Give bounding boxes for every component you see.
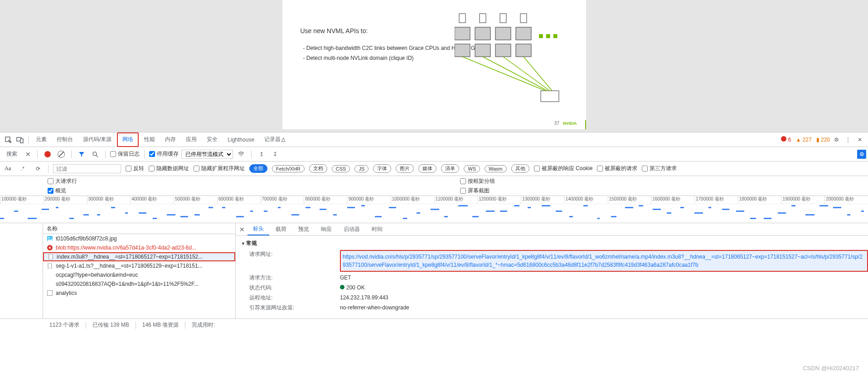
svg-rect-11 <box>516 44 531 57</box>
filter-bar: Aa .* ⟳ 反转 隐藏数据网址 隐藏扩展程序网址 全部 Fetch/XHR … <box>0 162 868 176</box>
record-button[interactable] <box>42 149 53 160</box>
status-bar: 1123 个请求 已传输 139 MB 146 MB 项资源 完成用时: <box>0 318 868 331</box>
tab-lighthouse[interactable]: Lighthouse <box>223 132 259 147</box>
search-icon[interactable] <box>90 149 101 160</box>
blocked-cookies-checkbox[interactable]: 被屏蔽的响应 Cookie <box>534 165 593 172</box>
timeline-overview[interactable]: 100000 毫秒200000 毫秒300000 毫秒400000 毫秒5000… <box>0 196 868 223</box>
transferred-size: 已传输 139 MB <box>92 321 129 329</box>
tab-recorder[interactable]: 记录器 <box>260 132 291 147</box>
svg-line-22 <box>96 155 98 157</box>
tab-application[interactable]: 应用 <box>181 132 201 147</box>
detail-body[interactable]: 常规 请求网址: https://vod.nvidia.cn/s/hls/p/2… <box>236 236 868 318</box>
page-content: Use new NVML APIs to: - Detect high-band… <box>0 0 868 132</box>
none-icon <box>47 281 53 287</box>
referrer-policy-label: 引荐来源网址政策: <box>249 304 340 312</box>
tab-security[interactable]: 安全 <box>202 132 222 147</box>
detail-tab-payload[interactable]: 载荷 <box>270 224 292 235</box>
settings-icon[interactable]: ⚙ <box>831 134 842 145</box>
request-name: seg-1-v1-a1.ts?__hdnea__=st=1718065129~e… <box>56 263 203 269</box>
detail-tab-response[interactable]: 响应 <box>315 224 337 235</box>
request-row[interactable]: index.m3u8?__hdnea__=st=1718065127~exp=1… <box>43 252 235 261</box>
request-row[interactable]: t0105d6cf9b508f72c8.jpg <box>43 234 235 243</box>
filter-other[interactable]: 其他 <box>511 164 529 173</box>
throttling-select[interactable]: 已停用节流模式 <box>181 150 233 159</box>
clear-button[interactable] <box>56 149 67 160</box>
request-url-value[interactable]: https://vod.nvidia.cn/s/hls/p/2935771/sp… <box>340 250 868 272</box>
tab-elements[interactable]: 元素 <box>31 132 51 147</box>
detail-tab-headers[interactable]: 标头 <box>247 223 269 235</box>
presentation-slide: Use new NVML APIs to: - Detect high-band… <box>282 0 586 129</box>
network-content: 名称 t0105d6cf9b508f72c8.jpgblob:https://w… <box>0 223 868 318</box>
upload-icon[interactable]: ↥ <box>256 149 267 160</box>
overview-checkbox[interactable]: 概览 <box>48 187 451 195</box>
regex-button[interactable]: .* <box>17 163 28 174</box>
large-rows-checkbox[interactable]: 大请求行 <box>48 177 451 185</box>
request-name: s094320020816837AQB=1&ndh=1&pf=1&t=11%2F… <box>56 281 199 287</box>
match-case-button[interactable]: Aa <box>3 165 13 172</box>
close-icon[interactable]: ✕ <box>854 134 865 145</box>
svg-line-16 <box>503 57 550 91</box>
filter-img[interactable]: 图片 <box>396 164 414 173</box>
filter-font[interactable]: 字体 <box>373 164 391 173</box>
hide-ext-urls-checkbox[interactable]: 隐藏扩展程序网址 <box>194 165 245 172</box>
request-list[interactable]: t0105d6cf9b508f72c8.jpgblob:https://www.… <box>43 234 235 318</box>
svg-text:■ ■ ■: ■ ■ ■ <box>538 31 558 40</box>
filter-media[interactable]: 媒体 <box>418 164 436 173</box>
filter-all[interactable]: 全部 <box>249 164 267 173</box>
more-icon[interactable]: ⋮ <box>843 134 853 145</box>
invert-checkbox[interactable]: 反转 <box>126 165 144 172</box>
detail-tab-initiator[interactable]: 启动器 <box>338 224 365 235</box>
tab-sources[interactable]: 源代码/来源 <box>78 132 116 147</box>
filter-doc[interactable]: 文档 <box>309 164 327 173</box>
hide-data-urls-checkbox[interactable]: 隐藏数据网址 <box>149 165 189 172</box>
request-row[interactable]: blob:https://www.nvidia.cn/6a57d41a-3cf0… <box>43 243 235 252</box>
request-count: 1123 个请求 <box>49 321 79 329</box>
tab-network[interactable]: 网络 <box>117 132 139 147</box>
svg-rect-6 <box>495 27 511 40</box>
inspect-icon[interactable] <box>3 134 14 145</box>
close-search-icon[interactable]: ✕ <box>24 151 33 158</box>
detail-tab-timing[interactable]: 时间 <box>366 224 388 235</box>
detail-tab-preview[interactable]: 预览 <box>293 224 315 235</box>
request-detail-panel: ✕ 标头 载荷 预览 响应 启动器 时间 常规 请求网址: https://vo… <box>236 223 868 318</box>
options-row: 大请求行 概览 按框架分组 屏幕截图 <box>0 176 868 196</box>
screenshots-checkbox[interactable]: 屏幕截图 <box>460 187 863 195</box>
download-icon[interactable]: ↧ <box>270 149 281 160</box>
detail-tabs: ✕ 标头 载荷 预览 响应 启动器 时间 <box>236 223 868 236</box>
wifi-icon[interactable] <box>236 149 247 160</box>
filter-wasm[interactable]: Wasm <box>485 165 507 172</box>
svg-point-21 <box>93 152 97 156</box>
tab-memory[interactable]: 内存 <box>160 132 180 147</box>
svg-rect-3 <box>520 14 527 23</box>
third-party-checkbox[interactable]: 第三方请求 <box>642 165 677 172</box>
filter-css[interactable]: CSS <box>332 165 350 172</box>
group-frame-checkbox[interactable]: 按框架分组 <box>460 177 863 185</box>
preserve-log-checkbox[interactable]: 保留日志 <box>110 150 140 158</box>
refresh-icon[interactable]: ⟳ <box>33 163 44 174</box>
nvidia-logo: NVIDIA <box>563 121 577 126</box>
request-row[interactable]: seg-1-v1-a1.ts?__hdnea__=st=1718065129~e… <box>43 261 235 270</box>
panel-settings-icon[interactable]: ⚙ <box>857 150 866 159</box>
error-badges[interactable]: 6 ▲ 227 ▮ 220 <box>781 136 830 143</box>
device-icon[interactable] <box>15 134 25 145</box>
filter-fetch[interactable]: Fetch/XHR <box>272 165 305 172</box>
request-row[interactable]: s094320020816837AQB=1&ndh=1&pf=1&t=11%2F… <box>43 279 235 289</box>
close-detail-icon[interactable]: ✕ <box>238 226 247 233</box>
column-name[interactable]: 名称 <box>43 223 235 234</box>
filter-icon[interactable] <box>76 149 87 160</box>
blocked-req-checkbox[interactable]: 被屏蔽的请求 <box>597 165 637 172</box>
tab-performance[interactable]: 性能 <box>140 132 160 147</box>
svg-rect-7 <box>516 27 531 40</box>
request-row[interactable]: analytics <box>43 289 235 298</box>
doc-icon <box>47 263 53 269</box>
network-toolbar: 搜索 ✕ 保留日志 停用缓存 已停用节流模式 ↥ ↧ ⚙ <box>0 147 868 162</box>
filter-input[interactable] <box>53 164 121 173</box>
filter-manifest[interactable]: 清单 <box>441 164 459 173</box>
general-section[interactable]: 常规 <box>236 238 868 249</box>
disable-cache-checkbox[interactable]: 停用缓存 <box>149 150 179 158</box>
filter-ws[interactable]: WS <box>464 165 480 172</box>
watermark: CSDN @Hi20240217 <box>803 365 859 372</box>
filter-js[interactable]: JS <box>354 165 369 172</box>
tab-console[interactable]: 控制台 <box>52 132 78 147</box>
request-row[interactable]: ocpcagl?type=behavior&emd=euc <box>43 270 235 279</box>
